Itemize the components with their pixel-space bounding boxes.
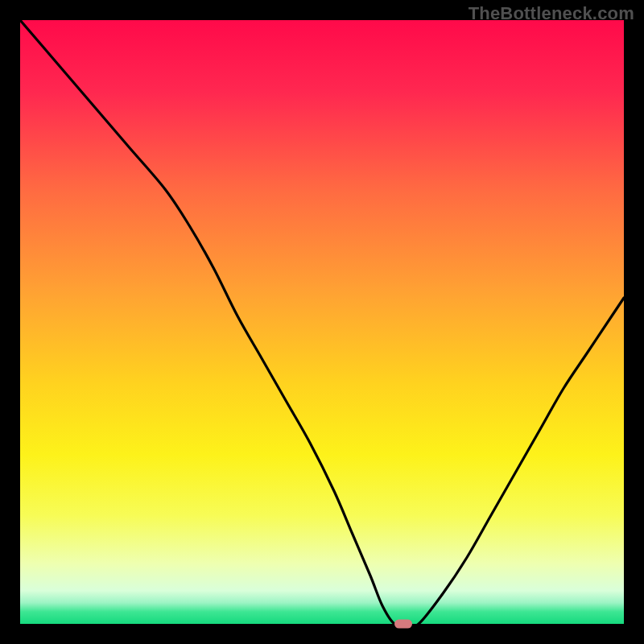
plot-area: [20, 20, 624, 624]
bottleneck-curve: [20, 20, 624, 624]
watermark-text: TheBottleneck.com: [469, 3, 634, 24]
optimal-marker: [394, 620, 412, 629]
chart-frame: TheBottleneck.com: [0, 0, 644, 644]
